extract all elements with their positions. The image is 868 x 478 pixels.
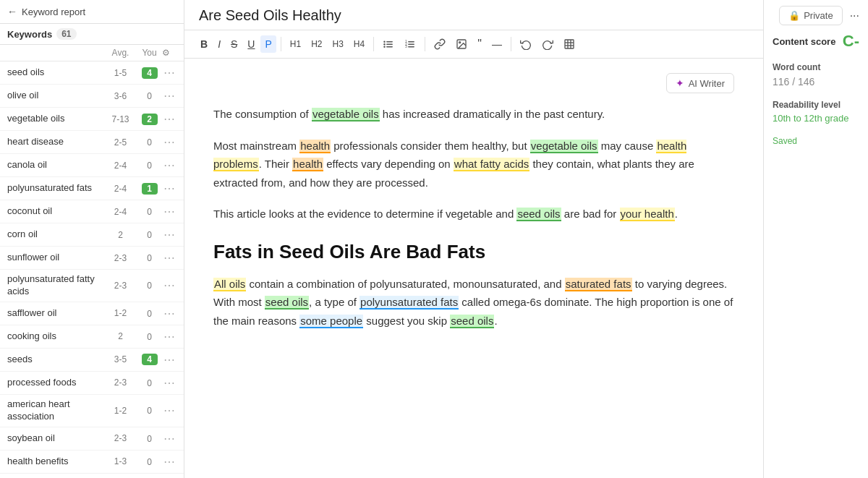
more-icon[interactable]: ⋯ bbox=[162, 307, 176, 320]
more-icon[interactable]: ⋯ bbox=[162, 228, 176, 242]
keywords-label: Keywords bbox=[7, 29, 52, 40]
editor-content-area[interactable]: ✦ AI Writer The consumption of vegetable… bbox=[184, 59, 763, 478]
word-count-separator: / bbox=[789, 76, 798, 88]
keyword-name: olive oil bbox=[7, 90, 104, 102]
bullet-list-button[interactable] bbox=[378, 35, 399, 53]
keyword-name: heart disease bbox=[7, 136, 104, 148]
list-item[interactable]: seeds 3-5 4 ⋯ bbox=[0, 349, 184, 372]
right-panel: 🔒 Private ··· Content score C- Word coun… bbox=[763, 0, 868, 478]
list-item[interactable]: american heart association 1-2 0 ⋯ bbox=[0, 395, 184, 427]
list-item[interactable]: vegetable oils 7-13 2 ⋯ bbox=[0, 108, 184, 131]
underline-button[interactable]: U bbox=[243, 35, 259, 53]
more-icon[interactable]: ⋯ bbox=[162, 278, 176, 292]
back-nav[interactable]: ← Keyword report bbox=[0, 0, 184, 24]
settings-icon[interactable]: ⚙ bbox=[162, 48, 176, 58]
badge-zero: 0 bbox=[147, 207, 152, 217]
list-item[interactable]: safflower oil 1-2 0 ⋯ bbox=[0, 302, 184, 325]
svg-rect-1 bbox=[386, 44, 393, 46]
keyword-you: 0 bbox=[137, 331, 162, 342]
svg-rect-8 bbox=[408, 46, 414, 48]
more-icon[interactable]: ⋯ bbox=[162, 455, 176, 469]
svg-rect-2 bbox=[386, 46, 393, 48]
strikethrough-button[interactable]: S bbox=[226, 35, 242, 53]
table-button[interactable] bbox=[559, 35, 579, 53]
ai-writer-icon: ✦ bbox=[676, 77, 684, 89]
keyword-avg: 1-2 bbox=[104, 406, 137, 416]
svg-point-4 bbox=[384, 43, 386, 45]
redo-button[interactable] bbox=[537, 35, 558, 53]
more-icon[interactable]: ⋯ bbox=[162, 89, 176, 103]
highlight-your-health: your health bbox=[620, 208, 675, 221]
more-options-button[interactable]: ··· bbox=[847, 7, 862, 25]
h1-button[interactable]: H1 bbox=[286, 36, 305, 52]
sidebar: ← Keyword report Keywords 61 Avg. You ⚙ … bbox=[0, 0, 184, 478]
more-icon[interactable]: ⋯ bbox=[162, 376, 176, 390]
keyword-name: safflower oil bbox=[7, 307, 104, 320]
keyword-avg: 2-4 bbox=[104, 207, 137, 217]
list-item[interactable]: heart disease 2-5 0 ⋯ bbox=[0, 131, 184, 154]
dash-button[interactable]: — bbox=[488, 35, 506, 53]
more-icon[interactable]: ⋯ bbox=[162, 158, 176, 172]
keyword-avg: 2-4 bbox=[104, 184, 137, 194]
list-item[interactable]: processed foods 2-3 0 ⋯ bbox=[0, 372, 184, 395]
keyword-name: health benefits bbox=[7, 456, 104, 468]
italic-button[interactable]: I bbox=[213, 35, 225, 53]
keyword-avg: 1-5 bbox=[104, 68, 137, 78]
content-score-value: C- bbox=[843, 32, 859, 51]
keyword-avg: 2 bbox=[104, 331, 137, 341]
private-button[interactable]: 🔒 Private bbox=[779, 6, 842, 25]
list-item[interactable]: coconut oil 2-4 0 ⋯ bbox=[0, 200, 184, 223]
more-icon[interactable]: ⋯ bbox=[162, 404, 176, 417]
highlight-polyunsaturated-fats: polyunsaturated fats bbox=[359, 296, 459, 310]
keyword-avg: 2-3 bbox=[104, 433, 137, 443]
list-item[interactable]: sunflower oil 2-3 0 ⋯ bbox=[0, 247, 184, 270]
list-item[interactable]: corn oil 2 0 ⋯ bbox=[0, 223, 184, 247]
bold-button[interactable]: B bbox=[196, 35, 212, 53]
list-item[interactable]: olive oil 3-6 0 ⋯ bbox=[0, 85, 184, 108]
h3-button[interactable]: H3 bbox=[328, 36, 348, 52]
list-item[interactable]: polyunsaturated fats 2-4 1 ⋯ bbox=[0, 177, 184, 200]
keyword-name: soybean oil bbox=[7, 432, 104, 445]
list-item[interactable]: cooking oils 2 0 ⋯ bbox=[0, 325, 184, 349]
highlight-health-problems: health problems bbox=[213, 140, 686, 172]
ai-writer-button[interactable]: ✦ AI Writer bbox=[666, 73, 734, 93]
ordered-list-button[interactable]: 123 bbox=[400, 35, 420, 53]
list-item[interactable]: polyunsaturated fatty acids 2-3 0 ⋯ bbox=[0, 270, 184, 302]
keyword-you: 0 bbox=[137, 252, 162, 263]
more-icon[interactable]: ⋯ bbox=[162, 135, 176, 149]
link-button[interactable] bbox=[430, 35, 450, 53]
list-item[interactable]: seed oils 1-5 4 ⋯ bbox=[0, 61, 184, 85]
keywords-count: 61 bbox=[56, 28, 76, 40]
h4-button[interactable]: H4 bbox=[349, 36, 369, 52]
list-item[interactable]: health benefits 1-3 0 ⋯ bbox=[0, 451, 184, 474]
col-you-label: You bbox=[137, 48, 162, 58]
more-icon[interactable]: ⋯ bbox=[162, 353, 176, 367]
keyword-avg: 3-5 bbox=[104, 354, 137, 364]
keyword-you: 0 bbox=[137, 206, 162, 217]
saved-label: Saved bbox=[773, 136, 797, 146]
keyword-name: seed oils bbox=[7, 67, 104, 79]
keyword-avg: 2 bbox=[104, 230, 137, 240]
more-icon[interactable]: ⋯ bbox=[162, 432, 176, 445]
more-icon[interactable]: ⋯ bbox=[162, 330, 176, 343]
more-icon[interactable]: ⋯ bbox=[162, 112, 176, 126]
list-item[interactable]: saturated fats 3-6 2 ⋯ bbox=[0, 474, 184, 478]
list-item[interactable]: canola oil 2-4 0 ⋯ bbox=[0, 154, 184, 177]
list-item[interactable]: soybean oil 2-3 0 ⋯ bbox=[0, 427, 184, 451]
col-avg-label: Avg. bbox=[104, 48, 137, 58]
more-icon[interactable]: ⋯ bbox=[162, 205, 176, 218]
h2-button[interactable]: H2 bbox=[307, 36, 326, 52]
more-icon[interactable]: ⋯ bbox=[162, 251, 176, 265]
badge-zero: 0 bbox=[147, 230, 152, 240]
readability-value: 10th to 12th grade bbox=[773, 113, 859, 124]
word-count-section: Word count 116 / 146 bbox=[773, 62, 859, 88]
quote-button[interactable]: " bbox=[473, 35, 486, 54]
undo-button[interactable] bbox=[516, 35, 536, 53]
more-icon[interactable]: ⋯ bbox=[162, 66, 176, 80]
editor-body[interactable]: The consumption of vegetable oils has in… bbox=[213, 105, 734, 330]
image-button[interactable] bbox=[451, 35, 472, 53]
paragraph-button[interactable]: P bbox=[260, 35, 276, 53]
readability-label: Readability level bbox=[773, 100, 859, 110]
more-icon[interactable]: ⋯ bbox=[162, 182, 176, 195]
section-heading-fats: Fats in Seed Oils Are Bad Fats bbox=[213, 241, 734, 263]
